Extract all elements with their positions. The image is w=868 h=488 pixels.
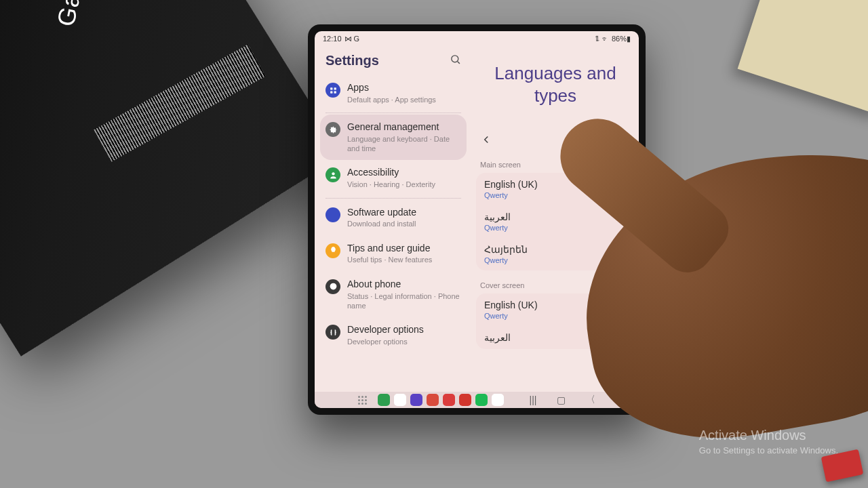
back-key[interactable]: 〈 (586, 394, 595, 406)
sidebar-item-title: General management (347, 121, 461, 133)
sidebar-item-tips-and-user-guide[interactable]: Tips and user guideUseful tips · New fea… (320, 236, 467, 272)
sidebar-item-general-management[interactable]: General managementLanguage and keyboard … (320, 115, 467, 160)
status-battery: 86%▮ (612, 35, 631, 43)
language-layout: Qwerty (484, 224, 627, 232)
gear-icon (326, 122, 340, 137)
status-bar: 12:10 ⋈ G ⇅ ᯤ 86%▮ (315, 31, 639, 46)
language-name: العربية (484, 211, 627, 222)
menu-separator (326, 198, 461, 199)
svg-rect-3 (334, 87, 336, 89)
sidebar-item-subtitle: Language and keyboard · Date and time (347, 134, 461, 154)
sidebar-item-subtitle: Vision · Hearing · Dexterity (347, 180, 461, 189)
svg-rect-5 (334, 91, 336, 93)
svg-line-1 (458, 62, 460, 64)
sidebar-item-subtitle: Download and install (347, 219, 461, 228)
wood-block (738, 0, 868, 115)
sidebar-item-accessibility[interactable]: AccessibilityVision · Hearing · Dexterit… (320, 160, 467, 196)
status-indicators: ⋈ G (344, 35, 360, 43)
status-time: 12:10 (323, 35, 342, 43)
home-key[interactable]: ▢ (557, 394, 566, 405)
dock-app-app-red3[interactable] (459, 394, 471, 406)
svg-point-0 (452, 56, 458, 62)
sidebar-item-developer-options[interactable]: Developer optionsDeveloper options (320, 317, 467, 353)
back-icon[interactable] (480, 134, 492, 148)
sidebar-item-title: Tips and user guide (347, 243, 461, 254)
bulb-icon (326, 243, 340, 258)
status-network-icon: ⇅ ᯤ (595, 35, 609, 43)
sidebar-item-subtitle: Useful tips · New features (347, 255, 461, 264)
dock-app-phone[interactable] (378, 394, 390, 406)
svg-rect-8 (332, 286, 333, 289)
detail-title: Languages and types (472, 46, 639, 134)
sidebar-item-title: Accessibility (347, 167, 461, 178)
sidebar-item-about-phone[interactable]: About phoneStatus · Legal information · … (320, 272, 467, 317)
activate-windows-watermark: Activate Windows Go to Settings to activ… (699, 426, 838, 457)
person-icon (326, 167, 340, 182)
svg-rect-9 (332, 285, 333, 285)
settings-list[interactable]: Settings AppsDefault apps · App settings… (315, 46, 472, 392)
sidebar-item-subtitle: Developer options (347, 337, 461, 346)
dock-app-spotify[interactable] (475, 394, 488, 406)
sidebar-item-apps[interactable]: AppsDefault apps · App settings (320, 75, 467, 111)
svg-rect-4 (330, 91, 332, 93)
app-drawer-icon[interactable] (358, 396, 367, 405)
svg-rect-2 (330, 87, 332, 89)
recents-key[interactable]: ||| (530, 394, 537, 405)
settings-title: Settings (326, 53, 379, 68)
info-icon (326, 279, 340, 294)
braces-icon (326, 325, 340, 340)
search-icon[interactable] (450, 54, 461, 68)
dock-app-browser[interactable] (410, 394, 422, 406)
menu-separator (326, 113, 461, 113)
dock-app-app-red1[interactable] (427, 394, 439, 406)
sidebar-item-title: About phone (347, 279, 461, 290)
navigation-bar: ||| ▢ 〈 (315, 392, 639, 408)
sidebar-item-subtitle: Status · Legal information · Phone name (347, 291, 461, 311)
watermark-line1: Activate Windows (699, 426, 838, 445)
sidebar-item-software-update[interactable]: Software updateDownload and install (320, 200, 467, 236)
svg-point-6 (332, 172, 334, 175)
sidebar-item-title: Developer options (347, 324, 461, 336)
product-box (0, 0, 343, 357)
download-icon (326, 207, 340, 222)
sidebar-item-subtitle: Default apps · App settings (347, 95, 461, 104)
dock-app-app-red2[interactable] (443, 394, 455, 406)
sidebar-item-title: Apps (347, 82, 461, 94)
dock-app-messages[interactable] (394, 394, 406, 406)
watermark-line2: Go to Settings to activate Windows. (699, 445, 838, 457)
sidebar-item-title: Software update (347, 207, 461, 218)
dock-app-photos[interactable] (492, 394, 504, 406)
grid-icon (326, 83, 340, 98)
